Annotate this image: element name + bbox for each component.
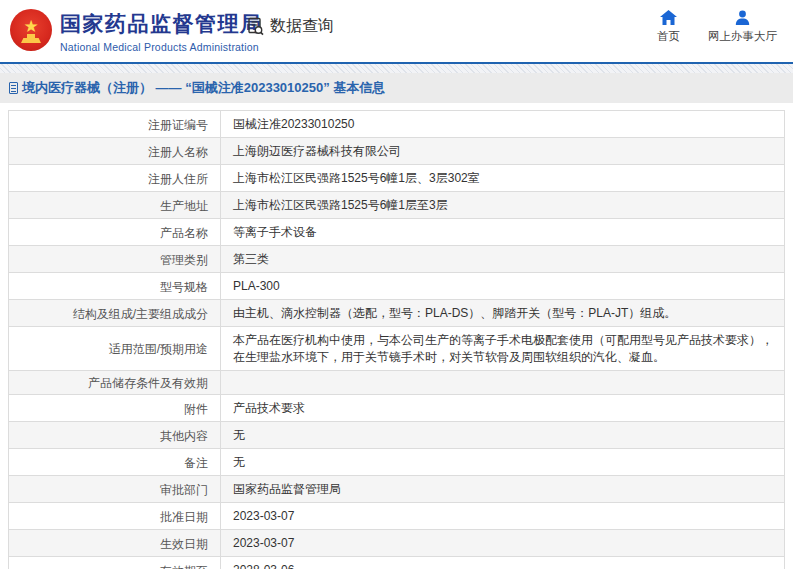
row-label: 适用范围/预期用途	[9, 327, 221, 370]
row-label: 型号规格	[9, 273, 221, 299]
row-label: 结构及组成/主要组成成分	[9, 300, 221, 326]
table-row: 产品名称等离子手术设备	[9, 219, 784, 246]
site-header: ★ 国家药品监督管理局 National Medical Products Ad…	[0, 0, 793, 62]
table-row: 其他内容无	[9, 422, 784, 449]
nav-home-label: 首页	[657, 29, 680, 44]
table-row: 型号规格PLA-300	[9, 273, 784, 300]
national-emblem-logo: ★	[10, 9, 52, 51]
row-value: PLA-300	[221, 273, 784, 299]
agency-subtitle: National Medical Products Administration	[60, 41, 263, 53]
table-row: 审批部门国家药品监督管理局	[9, 476, 784, 503]
table-row: 注册人名称上海朗迈医疗器械科技有限公司	[9, 138, 784, 165]
row-label: 有效期至	[9, 557, 221, 569]
nav-home[interactable]: 首页	[657, 10, 680, 44]
table-row: 注册证编号国械注准20233010250	[9, 111, 784, 138]
row-value: 等离子手术设备	[221, 219, 784, 245]
emblem-star-icon: ★	[23, 18, 38, 35]
agency-title: 国家药品监督管理局	[60, 10, 263, 38]
row-label: 注册证编号	[9, 111, 221, 137]
table-row: 管理类别第三类	[9, 246, 784, 273]
table-row: 生产地址上海市松江区民强路1525号6幢1层至3层	[9, 192, 784, 219]
page-title-text: 境内医疗器械（注册） —— “国械注准20233010250” 基本信息	[22, 79, 385, 97]
info-table: 注册证编号国械注准20233010250注册人名称上海朗迈医疗器械科技有限公司注…	[8, 110, 785, 569]
row-value: 无	[221, 449, 784, 475]
data-query-section[interactable]: 数据查询	[246, 16, 334, 37]
row-value: 上海市松江区民强路1525号6幢1层至3层	[221, 192, 784, 218]
row-value	[221, 371, 784, 394]
nav-service-hall[interactable]: 网上办事大厅	[708, 10, 777, 44]
row-label: 备注	[9, 449, 221, 475]
top-navigation: 首页 网上办事大厅	[657, 10, 777, 44]
row-label: 审批部门	[9, 476, 221, 502]
row-value: 无	[221, 422, 784, 448]
document-icon	[9, 82, 18, 94]
header-hatch-strip	[0, 64, 793, 73]
row-value: 2028-03-06	[221, 557, 784, 569]
row-label: 产品储存条件及有效期	[9, 371, 221, 394]
data-query-label: 数据查询	[270, 16, 334, 37]
row-label: 注册人名称	[9, 138, 221, 164]
row-label: 生效日期	[9, 530, 221, 556]
row-value: 上海朗迈医疗器械科技有限公司	[221, 138, 784, 164]
row-value: 上海市松江区民强路1525号6幢1层、3层302室	[221, 165, 784, 191]
row-label: 注册人住所	[9, 165, 221, 191]
row-label: 批准日期	[9, 503, 221, 529]
row-value: 2023-03-07	[221, 530, 784, 556]
table-row: 有效期至2028-03-06	[9, 557, 784, 569]
row-label: 其他内容	[9, 422, 221, 448]
table-row: 备注无	[9, 449, 784, 476]
person-icon	[735, 10, 750, 25]
home-icon	[660, 10, 677, 25]
row-label: 附件	[9, 395, 221, 421]
row-value: 国家药品监督管理局	[221, 476, 784, 502]
table-row: 注册人住所上海市松江区民强路1525号6幢1层、3层302室	[9, 165, 784, 192]
row-value: 产品技术要求	[221, 395, 784, 421]
table-row: 生效日期2023-03-07	[9, 530, 784, 557]
document-search-icon	[246, 17, 265, 36]
row-value: 由主机、滴水控制器（选配，型号：PLA-DS）、脚踏开关（型号：PLA-JT）组…	[221, 300, 784, 326]
agency-identity: 国家药品监督管理局 National Medical Products Admi…	[60, 10, 263, 53]
table-row: 批准日期2023-03-07	[9, 503, 784, 530]
page-title: 境内医疗器械（注册） —— “国械注准20233010250” 基本信息	[9, 79, 385, 97]
row-label: 产品名称	[9, 219, 221, 245]
page-title-bar: 境内医疗器械（注册） —— “国械注准20233010250” 基本信息	[0, 73, 793, 103]
row-label: 生产地址	[9, 192, 221, 218]
row-value: 第三类	[221, 246, 784, 272]
table-row: 产品储存条件及有效期	[9, 371, 784, 395]
table-row: 适用范围/预期用途本产品在医疗机构中使用，与本公司生产的等离子手术电极配套使用（…	[9, 327, 784, 371]
row-label: 管理类别	[9, 246, 221, 272]
row-value: 2023-03-07	[221, 503, 784, 529]
table-row: 附件产品技术要求	[9, 395, 784, 422]
table-row: 结构及组成/主要组成成分由主机、滴水控制器（选配，型号：PLA-DS）、脚踏开关…	[9, 300, 784, 327]
nav-service-hall-label: 网上办事大厅	[708, 29, 777, 44]
row-value: 国械注准20233010250	[221, 111, 784, 137]
row-value: 本产品在医疗机构中使用，与本公司生产的等离子手术电极配套使用（可配用型号见产品技…	[221, 327, 784, 370]
